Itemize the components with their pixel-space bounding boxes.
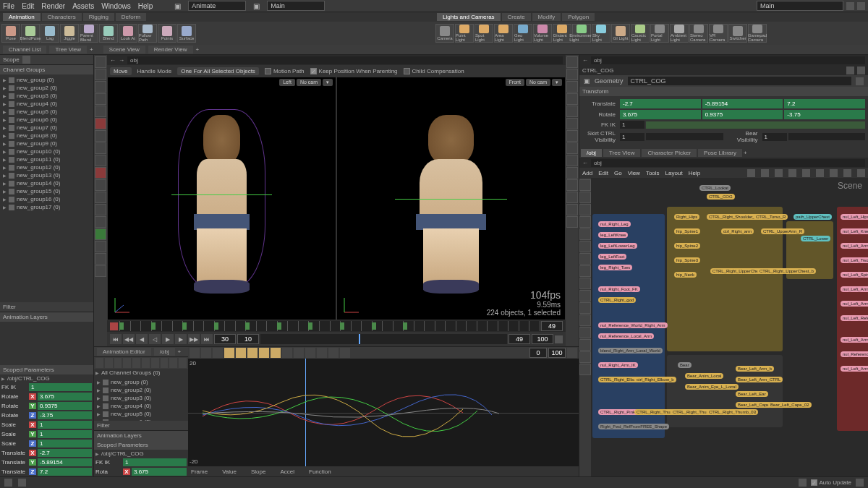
tool-icon-8[interactable]	[579, 278, 591, 289]
shelf-volume-light[interactable]: Volume Light	[533, 24, 552, 43]
ae-tool-icon-r-12[interactable]	[201, 348, 211, 358]
cook-icon[interactable]	[799, 479, 807, 487]
param-value[interactable]: 1	[38, 430, 92, 438]
tree-item[interactable]: new_group15 (0)	[1, 187, 92, 195]
tl-first-icon[interactable]: ⏮	[110, 334, 122, 344]
param-value[interactable]: 3.675	[38, 393, 92, 401]
tool-icon-7[interactable]	[579, 265, 591, 277]
tl-last-icon[interactable]: ⏭	[201, 334, 213, 344]
rp-help-icon[interactable]	[857, 67, 865, 74]
graph-node[interactable]: hip_Spine2	[674, 243, 700, 249]
ae-opt-icon[interactable]	[567, 348, 577, 358]
rp-back-icon[interactable]: ←	[582, 57, 588, 64]
tree-item[interactable]: new_group4 (0)	[95, 402, 187, 410]
child-comp-check[interactable]: Child Compensation	[404, 68, 464, 74]
ng-tab-0[interactable]: /obj	[581, 149, 602, 157]
ae-tool-icon-r-11[interactable]	[213, 348, 223, 358]
tree-item[interactable]: new_group8 (0)	[1, 132, 92, 140]
channel-groups-header[interactable]: Channel Groups	[0, 65, 93, 74]
shelf-tab-lights-and-cameras[interactable]: Lights and Cameras	[437, 13, 501, 21]
shelf-area-light[interactable]: Area Light	[494, 24, 513, 43]
tree-item[interactable]: new_group14 (0)	[1, 179, 92, 187]
auto-update-check[interactable]: ✓Auto Update	[811, 479, 851, 486]
one-for-all-btn[interactable]: One For All Selected Objects	[177, 67, 259, 75]
tree-item[interactable]: new_group (0)	[1, 76, 92, 84]
ae-tab-obj[interactable]: /obj	[154, 348, 175, 356]
ae-tool-icon-2[interactable]	[114, 358, 122, 368]
rp-gear-icon[interactable]	[846, 67, 854, 74]
tool-icon-10[interactable]	[579, 302, 591, 314]
tool-icon-11[interactable]	[95, 192, 106, 203]
graph-node[interactable]: nul_Left_Reference_Arm	[841, 315, 868, 321]
shelf-gamepad-camera[interactable]: Gamepad Camera	[748, 24, 767, 43]
end-frame-field[interactable]: 49	[509, 334, 530, 344]
rp-path-field[interactable]: obj	[591, 56, 865, 64]
shelf-stereo-camera[interactable]: Stereo Camera	[689, 24, 708, 43]
shelf-tab-animation[interactable]: Animation	[3, 13, 41, 21]
tree-item[interactable]: new_group5 (0)	[95, 410, 187, 418]
tree-item[interactable]: new_group4 (0)	[1, 100, 92, 108]
tool-icon-0[interactable]	[566, 56, 578, 68]
tz-field[interactable]: 7.2	[784, 99, 865, 108]
tool-icon-3[interactable]	[566, 93, 578, 105]
ng-tab-3[interactable]: Pose Library	[698, 149, 742, 157]
ae-tool-icon-6[interactable]	[151, 358, 159, 368]
ae-tool-icon-1[interactable]	[105, 358, 113, 368]
ae-rot-val[interactable]: 3.675	[132, 468, 187, 476]
autokey-icon[interactable]	[110, 322, 118, 330]
graph-node[interactable]: Bear_Anim_Local	[685, 373, 723, 379]
menu-render[interactable]: Render	[41, 2, 65, 10]
shelf-switcher[interactable]: Switcher	[728, 24, 747, 43]
tool-icon-1[interactable]	[95, 69, 106, 80]
scoped-path[interactable]: /obj/CTRL_COG	[0, 374, 93, 382]
tab-scene-view[interactable]: Scene View	[103, 46, 145, 53]
tool-icon-6[interactable]	[95, 130, 106, 142]
scope-icon[interactable]	[22, 56, 30, 64]
ae-tool-icon-8[interactable]	[169, 358, 177, 368]
ng-menu-tools[interactable]: Tools	[646, 170, 660, 176]
ae-tool-icon-r-6[interactable]	[271, 348, 281, 358]
tree-item[interactable]: new_group13 (0)	[1, 171, 92, 179]
tree-item[interactable]: new_group2 (0)	[95, 386, 187, 394]
graph-node[interactable]: nul_Left_Knee	[841, 228, 868, 234]
tx-field[interactable]: -2.7	[620, 99, 701, 108]
tool-icon-3[interactable]	[95, 93, 106, 105]
tool-icon-7[interactable]	[566, 142, 578, 154]
shelf-lag[interactable]: Lag	[41, 24, 59, 43]
tool-icon-13[interactable]	[566, 216, 578, 228]
rx-field[interactable]: 3.675	[620, 110, 701, 119]
node-graph[interactable]: Scene CTRL_LookatCTRL_COGnul_Right_Legle…	[591, 178, 868, 476]
shelf-tab-characters[interactable]: Characters	[42, 13, 82, 21]
menu-file[interactable]: File	[3, 2, 14, 10]
ry-field[interactable]: 0.9375	[702, 110, 783, 119]
anim-layers-header[interactable]: Animation Layers	[0, 312, 93, 322]
shelf-follow-path[interactable]: Follow Path	[138, 24, 157, 43]
bear-slider[interactable]	[788, 133, 866, 140]
ae-tool-icon-r-1[interactable]	[328, 348, 339, 358]
tool-icon-4[interactable]	[566, 106, 578, 117]
tool-icon-9[interactable]	[566, 167, 578, 179]
skirt-slider[interactable]	[646, 133, 723, 140]
shelf-ambient-light[interactable]: Ambient Light	[670, 24, 689, 43]
tool-icon-4[interactable]	[95, 106, 106, 117]
tree-item[interactable]: new_group16 (0)	[1, 195, 92, 203]
tl-playrev-icon[interactable]: ◁	[149, 334, 161, 344]
shelf-sky-light[interactable]: Sky Light	[592, 24, 610, 43]
graph-node[interactable]: nul_Left_Arm	[841, 243, 868, 249]
ae-tool-icon-r-10[interactable]	[224, 348, 234, 358]
tl-nextkey-icon[interactable]: ▶▶	[188, 334, 200, 344]
tool-icon-7[interactable]	[95, 142, 106, 154]
curve-graph[interactable]: 20 -20	[188, 359, 579, 466]
tree-item[interactable]: new_group12 (0)	[1, 163, 92, 171]
tool-icon-8[interactable]	[95, 155, 106, 166]
ng-add-tab-icon[interactable]: +	[744, 150, 747, 156]
vp-left-gear-icon[interactable]: ▾	[323, 79, 333, 86]
ae-channel-tree[interactable]: new_group (0)new_group2 (0)new_group3 (0…	[94, 377, 188, 421]
path-back-icon[interactable]: ←	[110, 57, 116, 64]
status-opt-icon[interactable]	[856, 479, 864, 487]
graph-node[interactable]: CTRL_Right_UpperChest_b	[757, 268, 816, 274]
ae-all-groups[interactable]: All Channel Groups (0)	[94, 369, 188, 377]
ae-tool-icon-7[interactable]	[161, 358, 169, 368]
ae-tool-icon-r-4[interactable]	[294, 348, 304, 358]
tool-icon-16[interactable]	[95, 253, 106, 265]
